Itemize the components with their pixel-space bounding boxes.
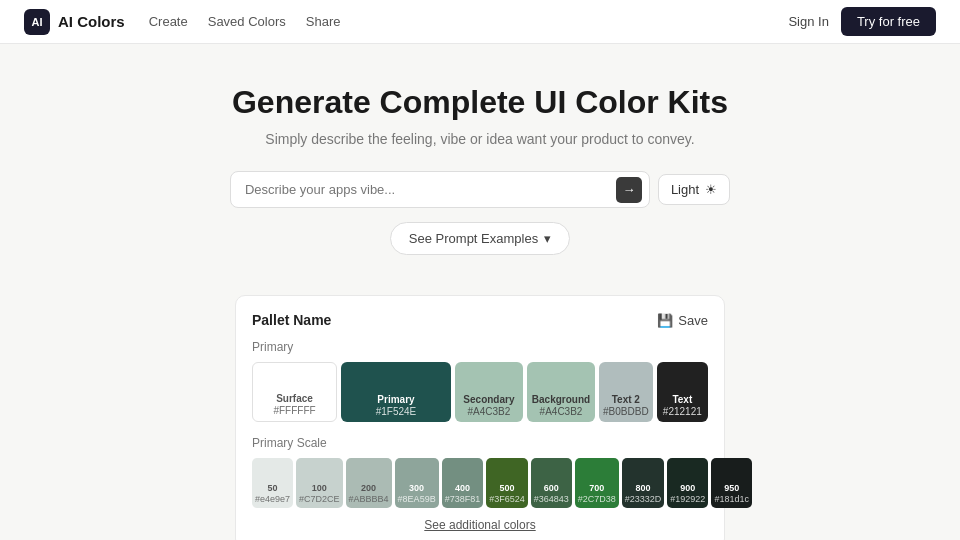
scale-900[interactable]: 900 #192922	[667, 458, 708, 508]
theme-toggle[interactable]: Light ☀	[658, 174, 730, 205]
color-chip-surface[interactable]: Surface #FFFFFF	[252, 362, 337, 422]
primary-section-label: Primary	[252, 340, 708, 354]
hero-section: Generate Complete UI Color Kits Simply d…	[0, 44, 960, 275]
navbar: AI AI Colors Create Saved Colors Share S…	[0, 0, 960, 44]
primary-colors-row: Surface #FFFFFF Primary #1F524E Secondar…	[252, 362, 708, 422]
chip-name-primary: Primary	[377, 394, 414, 405]
chip-hex-surface: #FFFFFF	[273, 405, 315, 416]
color-chip-secondary[interactable]: Secondary #A4C3B2	[455, 362, 523, 422]
color-chip-text2[interactable]: Text 2 #B0BDBD	[599, 362, 653, 422]
chevron-down-icon: ▾	[544, 231, 551, 246]
scale-section-label: Primary Scale	[252, 436, 708, 450]
save-button[interactable]: 💾 Save	[657, 313, 708, 328]
search-submit-button[interactable]: →	[616, 177, 642, 203]
nav-link-saved[interactable]: Saved Colors	[208, 14, 286, 29]
navbar-left: AI AI Colors Create Saved Colors Share	[24, 9, 340, 35]
scale-600[interactable]: 600 #364843	[531, 458, 572, 508]
chip-name-background: Background	[532, 394, 590, 405]
hero-title: Generate Complete UI Color Kits	[20, 84, 940, 121]
scale-800[interactable]: 800 #23332D	[622, 458, 665, 508]
chip-name-surface: Surface	[276, 393, 313, 404]
color-chip-primary[interactable]: Primary #1F524E	[341, 362, 451, 422]
scale-300[interactable]: 300 #8EA59B	[395, 458, 439, 508]
scale-200[interactable]: 200 #ABBBB4	[346, 458, 392, 508]
chip-name-text: Text	[672, 394, 692, 405]
scale-row: 50 #e4e9e7 100 #C7D2CE 200 #ABBBB4 300 #…	[252, 458, 708, 508]
scale-400[interactable]: 400 #738F81	[442, 458, 484, 508]
palette-name: Pallet Name	[252, 312, 331, 328]
chip-name-secondary: Secondary	[463, 394, 514, 405]
nav-link-create[interactable]: Create	[149, 14, 188, 29]
nav-link-share[interactable]: Share	[306, 14, 341, 29]
logo-area: AI AI Colors	[24, 9, 125, 35]
color-chip-text[interactable]: Text #212121	[657, 362, 708, 422]
chip-hex-text2: #B0BDBD	[603, 406, 649, 417]
arrow-icon: →	[622, 182, 635, 197]
scale-500[interactable]: 500 #3F6524	[486, 458, 528, 508]
scale-700[interactable]: 700 #2C7D38	[575, 458, 619, 508]
nav-links: Create Saved Colors Share	[149, 14, 341, 29]
logo-icon: AI	[24, 9, 50, 35]
try-free-button[interactable]: Try for free	[841, 7, 936, 36]
chip-hex-secondary: #A4C3B2	[468, 406, 511, 417]
hero-subtitle: Simply describe the feeling, vibe or ide…	[20, 131, 940, 147]
search-input-wrap: →	[230, 171, 650, 208]
sign-in-button[interactable]: Sign In	[788, 14, 828, 29]
search-input[interactable]	[230, 171, 650, 208]
chip-name-text2: Text 2	[612, 394, 640, 405]
navbar-right: Sign In Try for free	[788, 7, 936, 36]
chip-hex-text: #212121	[663, 406, 702, 417]
theme-label: Light	[671, 182, 699, 197]
sun-icon: ☀	[705, 182, 717, 197]
save-label: Save	[678, 313, 708, 328]
chip-hex-primary: #1F524E	[376, 406, 417, 417]
palette-header: Pallet Name 💾 Save	[252, 312, 708, 328]
chip-hex-background: #A4C3B2	[540, 406, 583, 417]
see-more-link[interactable]: See additional colors	[252, 518, 708, 532]
prompt-examples-button[interactable]: See Prompt Examples ▾	[390, 222, 570, 255]
color-chip-background[interactable]: Background #A4C3B2	[527, 362, 595, 422]
prompt-examples-label: See Prompt Examples	[409, 231, 538, 246]
scale-950[interactable]: 950 #181d1c	[711, 458, 752, 508]
scale-50[interactable]: 50 #e4e9e7	[252, 458, 293, 508]
palette-card: Pallet Name 💾 Save Primary Surface #FFFF…	[235, 295, 725, 540]
scale-100[interactable]: 100 #C7D2CE	[296, 458, 343, 508]
search-row: → Light ☀	[20, 171, 940, 208]
save-icon: 💾	[657, 313, 673, 328]
logo-text: AI Colors	[58, 13, 125, 30]
